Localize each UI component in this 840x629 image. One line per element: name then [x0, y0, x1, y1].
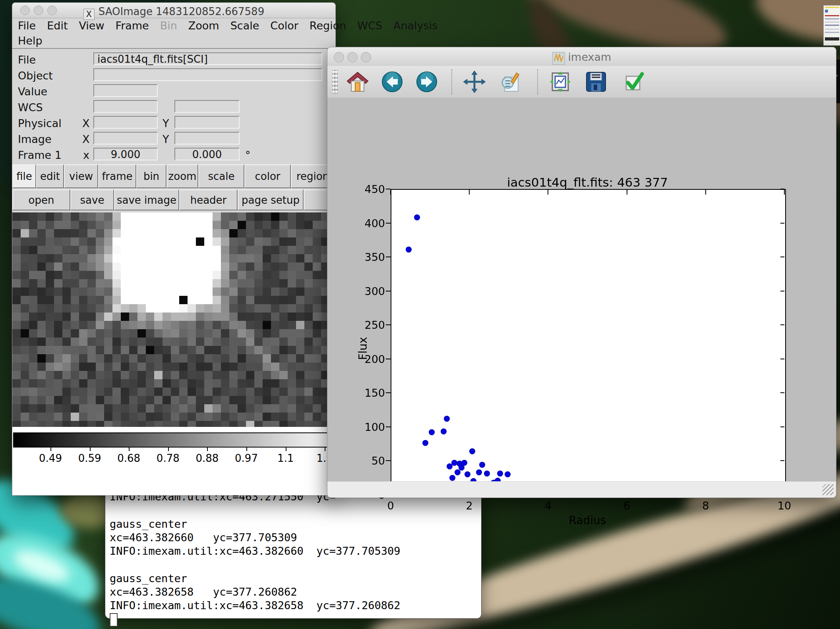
image-label: Image [18, 133, 52, 145]
data-point [461, 460, 467, 466]
y-tick-label: 350 [349, 251, 385, 263]
imexam-statusbar [327, 481, 836, 498]
file-field[interactable]: iacs01t4q_flt.fits[SCI] [93, 52, 322, 65]
colorbar-gradient[interactable] [13, 432, 334, 448]
x-tick-label: 10 [778, 500, 791, 512]
ds9-button-page-setup[interactable]: page setup [238, 189, 304, 210]
y-tick-right [780, 426, 784, 427]
ds9-button-zoom[interactable]: zoom [166, 164, 198, 188]
ds9-button-save[interactable]: save [70, 189, 114, 210]
menu-help[interactable]: Help [12, 35, 48, 47]
ds9-button-file[interactable]: file [12, 164, 36, 188]
frame-zoom-field[interactable]: 9.000 [93, 148, 158, 160]
colorbar-tick [90, 448, 91, 451]
ds9-button-color[interactable]: color [244, 164, 291, 188]
toolbar-separator [451, 69, 452, 95]
colorbar-tick-label: 0.68 [117, 452, 140, 464]
image-x-label: X [82, 133, 90, 145]
object-field[interactable] [93, 68, 322, 81]
y-tick [386, 223, 391, 224]
menu-scale[interactable]: Scale [225, 19, 265, 32]
y-tick [386, 359, 391, 359]
x-axis-label: Radius [391, 514, 784, 527]
plot-axes[interactable] [391, 189, 786, 496]
physical-y-label: Y [163, 117, 169, 129]
zoom-rect-icon[interactable] [499, 71, 521, 93]
ds9-button-bin[interactable]: bin [136, 164, 166, 188]
frame-rotation-field[interactable]: 0.000 [174, 148, 240, 160]
menu-region[interactable]: Region [304, 19, 352, 32]
terminal-line: gauss_center [110, 518, 187, 530]
ds9-button-save-image[interactable]: save image [114, 189, 179, 210]
menu-analysis[interactable]: Analysis [388, 19, 443, 32]
value-label: Value [18, 85, 47, 98]
y-tick-right [780, 291, 784, 291]
physical-label: Physical [18, 117, 62, 129]
y-tick-right [780, 359, 784, 359]
menu-wcs[interactable]: WCS [352, 19, 388, 32]
y-tick-label: 400 [349, 217, 385, 229]
forward-icon[interactable] [416, 71, 438, 93]
colorbar-tick-label: 0.59 [78, 452, 101, 464]
menu-frame[interactable]: Frame [110, 19, 155, 32]
wcs-field-1[interactable] [93, 100, 158, 113]
ds9-button-view[interactable]: view [64, 164, 98, 188]
ds9-button-scale[interactable]: scale [198, 164, 244, 188]
physical-y-field[interactable] [174, 116, 240, 129]
y-tick-right [780, 392, 784, 393]
back-icon[interactable] [381, 71, 403, 93]
imexam-titlebar[interactable]: imexam [327, 47, 836, 66]
physical-x-label: X [82, 117, 90, 129]
ds9-button-header[interactable]: header [179, 189, 238, 210]
save-icon[interactable] [585, 71, 607, 93]
image-x-field[interactable] [93, 132, 158, 145]
data-point [465, 471, 470, 477]
menu-view[interactable]: View [73, 19, 110, 32]
ds9-info-panel: File iacs01t4q_flt.fits[SCI] Object Valu… [12, 48, 335, 162]
x-tick-top [705, 190, 706, 195]
resize-grip[interactable] [823, 484, 834, 495]
frame-zoom-x-label: x [83, 149, 89, 161]
x-tick-top [390, 190, 391, 195]
terminal-line: xc=463.382660 yc=377.705309 [110, 531, 297, 544]
value-field[interactable] [93, 84, 158, 97]
plot-title: iacs01t4q_flt.fits: 463 377 [391, 175, 784, 189]
colorbar-tick-label: 0.97 [235, 452, 258, 464]
colorbar-tick-label: 0.49 [39, 452, 62, 464]
ds9-button-open[interactable]: open [12, 189, 70, 210]
menu-bin[interactable]: Bin [155, 19, 183, 32]
terminal-line: xc=463.382658 yc=377.260862 [110, 586, 297, 598]
pan-icon[interactable] [463, 71, 486, 93]
y-tick [386, 426, 391, 427]
check-icon[interactable] [622, 71, 645, 93]
x-tick-top [627, 190, 627, 195]
image-y-label: Y [163, 133, 169, 145]
imexam-window: imexam [327, 47, 836, 498]
background-webpage-thumbnail [823, 5, 840, 46]
y-tick-label: 150 [349, 387, 385, 399]
ds9-toolbar-row2: opensavesave imageheaderpage setup [12, 189, 335, 210]
wcs-field-2[interactable] [174, 100, 240, 113]
x-tick-label: 8 [702, 500, 709, 512]
menu-color[interactable]: Color [265, 19, 304, 32]
data-point [429, 429, 435, 435]
menu-file[interactable]: File [12, 19, 41, 32]
home-icon[interactable] [346, 71, 369, 93]
frame-label: Frame 1 [18, 149, 62, 161]
waveform-icon [552, 52, 565, 65]
ds9-button-frame[interactable]: frame [98, 164, 136, 188]
y-tick-right [780, 189, 784, 189]
y-tick-label: 250 [349, 319, 385, 331]
y-tick [386, 189, 391, 189]
subplots-icon[interactable] [549, 71, 571, 93]
physical-x-field[interactable] [93, 116, 158, 129]
ds9-titlebar[interactable]: XSAOImage 1483120852.667589 [12, 3, 335, 18]
image-y-field[interactable] [174, 132, 240, 145]
menu-edit[interactable]: Edit [41, 19, 73, 32]
menu-zoom[interactable]: Zoom [183, 19, 225, 32]
toolbar-drag-handle[interactable] [332, 70, 338, 94]
fits-image-display[interactable] [12, 212, 328, 427]
ds9-button-edit[interactable]: edit [36, 164, 64, 188]
data-point [444, 416, 450, 422]
colorbar-tick [246, 448, 247, 451]
